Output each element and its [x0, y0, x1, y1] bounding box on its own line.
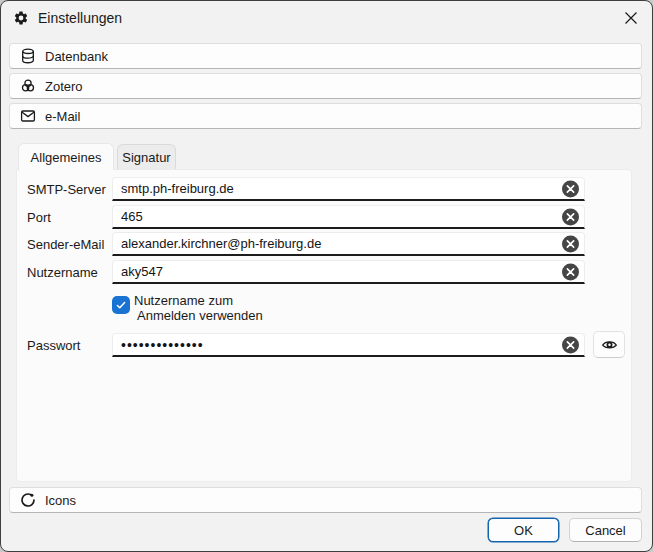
- section-label: Zotero: [45, 79, 83, 94]
- eye-icon: [601, 336, 618, 353]
- smtp-server-input[interactable]: [113, 178, 584, 199]
- passwort-field: [112, 333, 585, 357]
- clear-icon[interactable]: [562, 180, 579, 197]
- checkbox-label-line1: Nutzername zum: [134, 293, 263, 308]
- zotero-icon: [20, 78, 36, 94]
- clear-icon[interactable]: [562, 263, 579, 280]
- nutzername-input[interactable]: [113, 261, 584, 282]
- tab-label: Signatur: [122, 150, 170, 165]
- clear-icon[interactable]: [562, 336, 579, 353]
- email-settings-panel: SMTP-Server Port Sender-eMail Nutzername: [16, 169, 632, 482]
- passwort-label: Passwort: [27, 333, 80, 357]
- form-row-sender-email: Sender-eMail: [17, 232, 631, 256]
- show-password-button[interactable]: [593, 331, 625, 358]
- nutzername-field: [112, 260, 585, 284]
- section-header-email[interactable]: e-Mail: [9, 103, 642, 129]
- close-icon[interactable]: [622, 9, 640, 27]
- nutzername-label: Nutzername: [27, 260, 98, 284]
- section-label: e-Mail: [45, 109, 80, 124]
- refresh-icon: [20, 492, 36, 508]
- mail-icon: [20, 108, 36, 124]
- passwort-input[interactable]: [113, 334, 584, 355]
- section-header-zotero[interactable]: Zotero: [9, 73, 642, 99]
- clear-icon[interactable]: [562, 235, 579, 252]
- sender-email-input[interactable]: [113, 233, 584, 254]
- smtp-server-field: [112, 177, 585, 201]
- clear-icon[interactable]: [562, 208, 579, 225]
- settings-dialog: Einstellungen Datenbank Zotero e-Mail Al…: [0, 0, 653, 552]
- sender-email-label: Sender-eMail: [27, 232, 104, 256]
- use-username-checkbox-label: Nutzername zum Anmelden verwenden: [134, 293, 263, 323]
- form-row-smtp: SMTP-Server: [17, 177, 631, 201]
- form-row-port: Port: [17, 205, 631, 229]
- use-username-checkbox[interactable]: [112, 296, 130, 314]
- port-label: Port: [27, 205, 51, 229]
- check-icon: [115, 299, 127, 311]
- tab-signatur[interactable]: Signatur: [117, 144, 176, 169]
- window-title: Einstellungen: [38, 10, 122, 26]
- database-icon: [20, 48, 36, 64]
- section-header-icons[interactable]: Icons: [9, 487, 642, 513]
- smtp-server-label: SMTP-Server: [27, 177, 106, 201]
- section-label: Datenbank: [45, 49, 108, 64]
- section-label: Icons: [45, 493, 76, 508]
- form-row-nutzername: Nutzername: [17, 260, 631, 284]
- port-field: [112, 205, 585, 229]
- gear-icon: [13, 10, 29, 26]
- form-row-passwort: Passwort: [17, 333, 631, 357]
- checkbox-label-line2: Anmelden verwenden: [134, 308, 263, 323]
- port-input[interactable]: [113, 206, 584, 227]
- login-checkbox-row: Nutzername zum Anmelden verwenden: [17, 293, 631, 327]
- title-bar: Einstellungen: [1, 1, 652, 34]
- section-header-datenbank[interactable]: Datenbank: [9, 43, 642, 69]
- tab-label: Allgemeines: [31, 150, 102, 165]
- tab-allgemeines[interactable]: Allgemeines: [18, 143, 114, 170]
- ok-button[interactable]: OK: [488, 518, 559, 542]
- sender-email-field: [112, 232, 585, 256]
- cancel-button[interactable]: Cancel: [569, 518, 642, 542]
